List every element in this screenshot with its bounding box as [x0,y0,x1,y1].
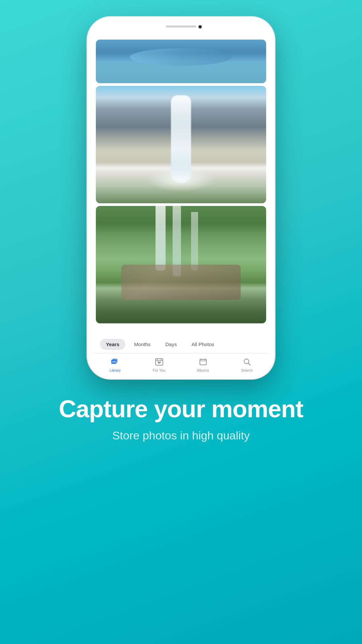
nav-item-albums[interactable]: Albums [191,357,215,372]
albums-icon [198,357,208,367]
tab-months[interactable]: Months [128,339,157,350]
library-icon [110,357,120,367]
tab-all-photos[interactable]: All Photos [185,339,220,350]
bottom-nav: Library For You [93,353,269,379]
photo-lake [96,40,266,83]
photo-waterfall-item[interactable] [96,86,266,203]
tab-years[interactable]: Years [100,339,125,350]
nav-item-library[interactable]: Library [104,357,127,372]
mossy-rocks [121,265,241,300]
hero-headline: Capture your moment [59,396,303,422]
phone-mockup: Years Months Days All Photos [87,17,275,379]
search-icon [242,357,252,367]
svg-point-3 [114,361,115,361]
svg-line-14 [248,363,250,365]
tab-days[interactable]: Days [159,339,183,350]
for-you-icon [154,357,164,367]
camera-dot [198,25,202,29]
hero-subheadline: Store photos in high quality [59,429,303,442]
svg-rect-8 [200,359,206,365]
albums-label: Albums [197,368,209,372]
nav-item-for-you[interactable]: For You [147,357,171,372]
phone-screen: Years Months Days All Photos [93,17,269,379]
nav-item-search[interactable]: Search [235,357,259,372]
svg-rect-4 [156,359,163,365]
mossy-stream-3 [191,212,198,271]
for-you-label: For You [153,368,166,372]
photo-waterfall [96,86,266,203]
bottom-text-section: Capture your moment Store photos in high… [39,396,323,442]
photo-lake-item[interactable] [96,40,266,83]
photo-mossy-waterfall [96,206,266,323]
filter-tabs: Years Months Days All Photos [93,334,269,353]
photos-area [93,37,269,334]
mossy-stream-1 [156,206,166,271]
library-label: Library [110,368,121,372]
status-bar [93,17,269,37]
notch-handle [166,25,196,28]
waterfall-mist [147,168,215,192]
notch [154,22,208,32]
photo-mossy-waterfall-item[interactable] [96,206,266,323]
search-label: Search [241,368,253,372]
